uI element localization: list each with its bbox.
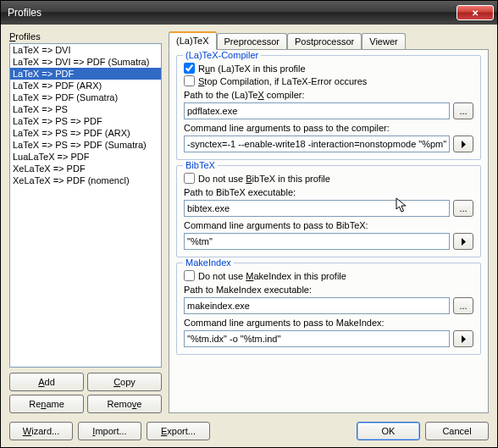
- profiles-label: Profiles: [9, 31, 162, 41]
- rename-button[interactable]: Rename: [9, 395, 84, 413]
- profile-item[interactable]: XeLaTeX => PDF (nomencl): [10, 174, 161, 186]
- main-row: Profiles LaTeX => DVILaTeX => DVI => PDF…: [9, 31, 489, 413]
- latex-args-label: Command line arguments to pass to the co…: [184, 123, 473, 133]
- bibtex-args-label: Command line arguments to pass to BibTeX…: [184, 220, 473, 230]
- wizard-button[interactable]: Wizard...: [9, 422, 73, 440]
- no-makeindex-checkbox[interactable]: Do not use MakeIndex in this profile: [184, 270, 473, 281]
- remove-button[interactable]: Remove: [87, 395, 162, 413]
- stop-compilation-label: Stop Compilation, if LaTeX-Error occures: [198, 76, 367, 86]
- stop-compilation-checkbox[interactable]: Stop Compilation, if LaTeX-Error occures: [184, 75, 473, 86]
- profile-item[interactable]: LaTeX => PS => PDF: [10, 115, 161, 127]
- close-icon: ✕: [472, 8, 479, 18]
- arrow-right-icon: [461, 335, 467, 343]
- run-latex-checkbox-input[interactable]: [184, 63, 195, 74]
- bibtex-path-browse-button[interactable]: ...: [453, 200, 473, 217]
- no-makeindex-checkbox-input[interactable]: [184, 270, 195, 281]
- bibtex-args-input[interactable]: [184, 233, 450, 250]
- no-bibtex-checkbox-input[interactable]: [184, 173, 195, 184]
- tab-viewer[interactable]: Viewer: [362, 33, 405, 49]
- window-title: Profiles: [8, 7, 456, 19]
- profile-item[interactable]: LaTeX => DVI => PDF (Sumatra): [10, 56, 161, 68]
- profile-item[interactable]: LaTeX => PS => PDF (ARX): [10, 127, 161, 139]
- tabstrip: (La)TeX Preprocessor Postprocessor Viewe…: [169, 31, 489, 49]
- arrow-right-icon: [461, 238, 467, 246]
- import-button[interactable]: Import...: [78, 422, 141, 440]
- bibtex-path-label: Path to BibTeX executable:: [184, 187, 473, 197]
- bibtex-args-menu-button[interactable]: [453, 233, 473, 250]
- makeindex-args-label: Command line arguments to pass to MakeIn…: [184, 318, 473, 328]
- add-button[interactable]: Add: [9, 373, 84, 391]
- latex-legend: (La)TeX-Compiler: [183, 50, 261, 60]
- profile-item[interactable]: LaTeX => PS => PDF (Sumatra): [10, 139, 161, 151]
- profile-item[interactable]: LaTeX => PDF (ARX): [10, 80, 161, 91]
- dialog-buttons: Wizard... Import... Export... OK Cancel: [9, 418, 489, 440]
- latex-path-browse-button[interactable]: ...: [453, 102, 473, 119]
- cancel-button[interactable]: Cancel: [425, 422, 489, 440]
- run-latex-label: Run (La)TeX in this profile: [198, 64, 306, 74]
- tab-postprocessor[interactable]: Postprocessor: [287, 33, 362, 49]
- latex-compiler-group: (La)TeX-Compiler Run (La)TeX in this pro…: [176, 55, 481, 160]
- tab-content-latex: (La)TeX-Compiler Run (La)TeX in this pro…: [169, 49, 489, 413]
- makeindex-legend: MakeIndex: [183, 257, 234, 268]
- profile-item[interactable]: LaTeX => PS: [10, 103, 161, 115]
- titlebar[interactable]: Profiles ✕: [1, 1, 497, 25]
- latex-args-input[interactable]: [184, 136, 450, 152]
- bibtex-group: BibTeX Do not use BibTeX in this profile…: [176, 165, 481, 257]
- arrow-right-icon: [461, 141, 467, 148]
- bibtex-path-input[interactable]: [184, 200, 450, 217]
- tab-preprocessor[interactable]: Preprocessor: [217, 33, 287, 49]
- stop-compilation-checkbox-input[interactable]: [184, 75, 195, 86]
- latex-path-input[interactable]: [184, 102, 450, 119]
- no-bibtex-label: Do not use BibTeX in this profile: [198, 174, 330, 184]
- latex-path-label: Path to the (La)TeX compiler:: [184, 90, 473, 100]
- profiles-dialog: Profiles ✕ Profiles LaTeX => DVILaTeX =>…: [0, 0, 498, 448]
- makeindex-path-browse-button[interactable]: ...: [453, 297, 473, 314]
- makeindex-path-input[interactable]: [184, 297, 450, 314]
- profile-item[interactable]: XeLaTeX => PDF: [10, 163, 161, 174]
- makeindex-args-menu-button[interactable]: [453, 330, 473, 347]
- run-latex-checkbox[interactable]: Run (La)TeX in this profile: [184, 63, 473, 74]
- copy-button[interactable]: Copy: [87, 373, 162, 391]
- profile-buttons: Add Copy Rename Remove: [9, 373, 162, 413]
- bibtex-legend: BibTeX: [183, 160, 218, 170]
- profiles-panel: Profiles LaTeX => DVILaTeX => DVI => PDF…: [9, 31, 162, 413]
- profile-item[interactable]: LuaLaTeX => PDF: [10, 151, 161, 163]
- no-makeindex-label: Do not use MakeIndex in this profile: [198, 271, 346, 281]
- tab-latex[interactable]: (La)TeX: [169, 31, 217, 50]
- profile-item[interactable]: LaTeX => DVI: [10, 44, 161, 56]
- ok-button[interactable]: OK: [357, 422, 420, 440]
- profile-item[interactable]: LaTeX => PDF (Sumatra): [10, 91, 161, 103]
- dialog-body: Profiles LaTeX => DVILaTeX => DVI => PDF…: [1, 25, 497, 447]
- makeindex-path-label: Path to MakeIndex executable:: [184, 285, 473, 295]
- makeindex-args-input[interactable]: [184, 330, 450, 347]
- latex-args-menu-button[interactable]: [453, 136, 473, 152]
- settings-panel: (La)TeX Preprocessor Postprocessor Viewe…: [169, 31, 489, 413]
- makeindex-group: MakeIndex Do not use MakeIndex in this p…: [176, 263, 481, 355]
- profiles-list[interactable]: LaTeX => DVILaTeX => DVI => PDF (Sumatra…: [9, 43, 162, 368]
- close-button[interactable]: ✕: [456, 5, 494, 20]
- no-bibtex-checkbox[interactable]: Do not use BibTeX in this profile: [184, 173, 473, 184]
- export-button[interactable]: Export...: [147, 422, 210, 440]
- profile-item[interactable]: LaTeX => PDF: [10, 68, 161, 80]
